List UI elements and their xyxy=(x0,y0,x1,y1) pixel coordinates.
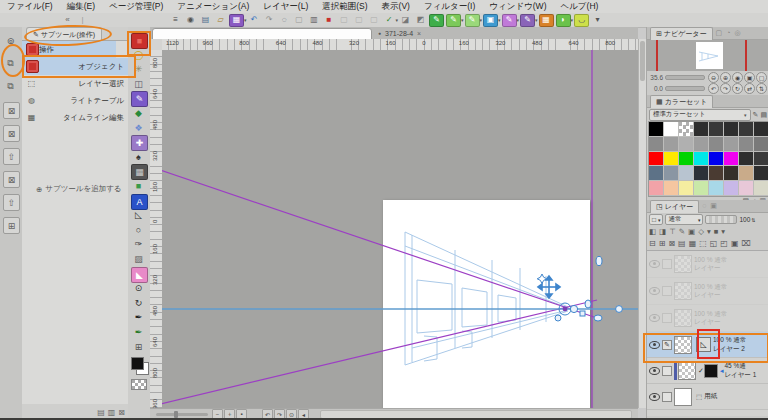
eye-icon[interactable] xyxy=(649,314,660,322)
collapsed-panel-icon[interactable]: ◌ xyxy=(702,202,706,210)
layer-command-icon[interactable]: ▤ xyxy=(678,239,686,248)
brush-pencil-icon[interactable]: ✎ xyxy=(446,14,461,27)
layer-command-icon[interactable]: ◰ xyxy=(720,239,728,248)
navigator-rotate-button[interactable]: ⇄ xyxy=(744,83,755,94)
rotate-view-tool[interactable]: ↻ xyxy=(131,296,146,310)
layer-command-icon[interactable]: ⊠ xyxy=(668,239,675,248)
tab-layer[interactable]: ◳ レイヤー xyxy=(650,200,699,213)
layer-property-icon[interactable]: ▾ xyxy=(707,227,711,236)
menu-item[interactable]: フィルター(I) xyxy=(417,1,482,13)
decoration-tool[interactable]: ❖ xyxy=(131,121,146,135)
navigator-zoom-button[interactable]: ⊕ xyxy=(720,72,731,83)
brush-airbrush-icon[interactable]: ✎ xyxy=(502,14,517,27)
color-swatch[interactable] xyxy=(754,122,768,137)
brush-green-icon[interactable]: ✎ xyxy=(429,14,444,27)
redo-icon[interactable]: ↷ xyxy=(263,15,276,26)
layer-palette-dropdown[interactable]: □ ▾ xyxy=(649,214,663,225)
color-swatch[interactable] xyxy=(739,137,754,152)
layer-row[interactable]: ⬚用紙 xyxy=(647,384,768,410)
ellipse-tool[interactable]: ○ xyxy=(131,223,146,237)
layer-checkbox[interactable] xyxy=(662,392,672,402)
eyedropper-tool[interactable]: ✑ xyxy=(131,237,146,251)
menu-item[interactable]: レイヤー(L) xyxy=(256,1,315,13)
eye-icon[interactable] xyxy=(649,287,660,295)
polyline-tool[interactable]: ◺ xyxy=(131,208,146,222)
chevron-down-icon[interactable]: ▾ xyxy=(535,17,538,23)
collapsed-panel-icon[interactable]: ◎ xyxy=(734,29,740,37)
layer-property-icon[interactable]: ⊤ xyxy=(669,227,676,236)
color-swatch[interactable] xyxy=(754,166,768,181)
chevron-down-icon[interactable]: ▾ xyxy=(396,17,399,23)
navigator-rotate-button[interactable]: ↷ xyxy=(720,83,731,94)
chevron-down-icon[interactable]: ▾ xyxy=(571,17,574,23)
color-swatch[interactable] xyxy=(694,122,709,137)
color-swatch[interactable] xyxy=(754,137,768,152)
image-material-tool[interactable]: ▦ xyxy=(131,164,148,180)
color-swatch[interactable] xyxy=(679,181,694,196)
blend-mode-dropdown[interactable]: 通常 ▾ xyxy=(665,214,703,225)
brush-marker-icon[interactable]: ▣ xyxy=(483,14,498,27)
collapsed-panel-icon[interactable]: ▣ xyxy=(710,202,717,210)
grayed-2-icon[interactable]: ▢ xyxy=(353,15,366,26)
chevron-down-icon[interactable]: ▾ xyxy=(498,17,501,23)
navigator-zoom-button[interactable]: ◉ xyxy=(732,72,743,83)
menu-item[interactable]: 表示(V) xyxy=(375,1,417,13)
page-cmd-3-icon[interactable]: ⊠ xyxy=(3,171,20,188)
loupe-icon[interactable]: ⊚ xyxy=(3,33,18,48)
navigator-rotate-slider[interactable] xyxy=(665,86,705,91)
subtool-panel-command-icon[interactable]: ⊠ xyxy=(118,408,125,417)
move-tool[interactable]: ✎ xyxy=(131,91,148,107)
brush-decor-icon[interactable]: ✎ xyxy=(520,14,535,27)
foreground-color-swatch[interactable] xyxy=(131,357,144,370)
deselect-icon[interactable]: ◌ xyxy=(278,15,291,26)
document-tab[interactable]: ● 371-28-4 × xyxy=(378,27,421,39)
chevron-down-icon[interactable]: ▾ xyxy=(480,17,483,23)
navigator-zoom-slider[interactable] xyxy=(665,75,705,80)
color-swatch[interactable] xyxy=(694,166,709,181)
tool-palette-icon[interactable]: ⧉ xyxy=(3,79,18,94)
colorset-select[interactable]: 標準カラーセット ▾ xyxy=(649,109,751,121)
subtool-item[interactable]: 操作 xyxy=(22,41,116,58)
color-swatch[interactable] xyxy=(724,166,739,181)
color-swatch[interactable] xyxy=(664,122,679,137)
color-swatch[interactable] xyxy=(754,152,768,167)
pattern-tool[interactable]: ✚ xyxy=(131,135,148,151)
lasso-tool[interactable]: ◯ xyxy=(131,48,146,62)
layer-command-icon[interactable]: ⊟ xyxy=(649,239,656,248)
layer-mask-thumbnail[interactable] xyxy=(704,364,718,378)
selection-border-icon[interactable]: ▢ xyxy=(293,15,306,26)
navigator-zoom-button[interactable]: ▣ xyxy=(744,72,755,83)
color-swatch[interactable] xyxy=(649,152,664,167)
grayed-3-icon[interactable]: ▢ xyxy=(368,15,381,26)
layer-property-icon[interactable]: ■ xyxy=(714,227,719,236)
layer-row-dimmed[interactable]: 100 % 通常レイヤー xyxy=(647,305,768,332)
layer-row-dimmed[interactable]: 100 % 通常レイヤー xyxy=(647,251,768,278)
color-swatch[interactable] xyxy=(724,122,739,137)
zoom-tool[interactable]: ⊙ xyxy=(131,281,146,295)
layer-checkbox[interactable] xyxy=(662,286,672,296)
eraser-b-icon[interactable]: ◩ xyxy=(414,15,427,26)
color-swatch[interactable] xyxy=(754,181,768,196)
color-swatch[interactable] xyxy=(664,181,679,196)
snap-check-icon[interactable]: ✓ xyxy=(383,15,396,26)
layer-command-icon[interactable]: ▣ xyxy=(731,239,739,248)
color-swatch[interactable] xyxy=(724,152,739,167)
color-swatch[interactable] xyxy=(739,152,754,167)
operation-tool[interactable]: ■ xyxy=(131,33,148,49)
subtool-panel-command-icon[interactable]: ▤ xyxy=(97,408,105,417)
gradient-tool[interactable]: ▨ xyxy=(131,252,146,266)
color-swatch[interactable] xyxy=(649,166,664,181)
eraser-a-icon[interactable]: ◪ xyxy=(399,15,412,26)
fill-green-tool[interactable]: ■ xyxy=(131,179,146,193)
menu-item[interactable]: ヘルプ(H) xyxy=(553,1,605,13)
color-swatch[interactable] xyxy=(694,137,709,152)
subtool-palette-icon[interactable]: ⧉ xyxy=(3,56,18,71)
transparent-color-swatch[interactable] xyxy=(131,379,147,390)
fill-tool[interactable]: ◣ xyxy=(131,267,148,283)
color-swatch[interactable] xyxy=(709,122,724,137)
page-grid-icon[interactable]: ⊞ xyxy=(3,217,20,234)
layer-property-icon[interactable]: ▾ xyxy=(721,227,725,236)
layer-checkbox[interactable] xyxy=(662,259,672,269)
color-swatch[interactable] xyxy=(739,166,754,181)
colorset-tool-icon[interactable]: ✎ xyxy=(753,111,759,119)
